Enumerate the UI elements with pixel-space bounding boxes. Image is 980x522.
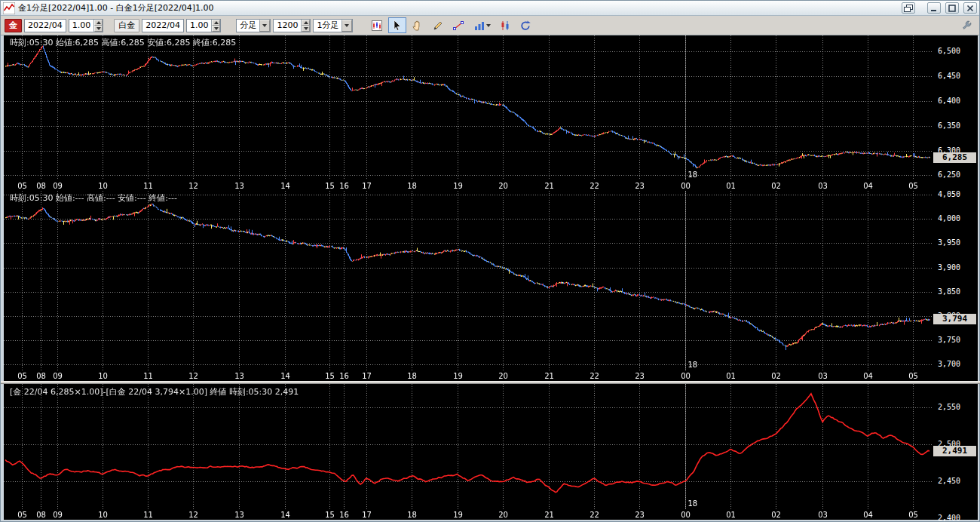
price-axis-label: 2,550 [938, 403, 960, 411]
price-axis: 6,285 3,794 2,491 6,5006,4506,4006,3506,… [933, 35, 978, 520]
gold-chart-canvas[interactable] [4, 35, 933, 191]
candle-style-button[interactable] [496, 17, 514, 33]
gold-month-field[interactable]: 2022/04 [24, 19, 66, 32]
cursor-button[interactable] [388, 17, 406, 33]
spinner-buttons [93, 20, 103, 32]
bar-period-value: 1分足 [314, 20, 341, 32]
toolbar: 金 2022/04 1.00 白金 2022/04 1.00 分足 [1, 16, 979, 35]
gold-info-line: 時刻:05:30 始値:6,285 高値:6,285 安値:6,285 終値:6… [10, 38, 236, 48]
price-axis-label: 3,950 [938, 238, 960, 247]
gold-ratio-spinner[interactable]: 1.00 [69, 19, 104, 32]
close-button[interactable] [963, 2, 977, 14]
cursor-icon [391, 20, 403, 32]
gold-month-value: 2022/04 [25, 20, 66, 32]
chevron-down-icon[interactable] [486, 24, 491, 27]
price-axis-label: 2,400 [938, 514, 960, 522]
popout-button[interactable] [902, 2, 915, 14]
maximize-button[interactable] [945, 2, 959, 14]
spread-info-line: [金 22/04 6,285×1.00]-[白金 22/04 3,794×1.0… [10, 387, 299, 397]
platinum-chart-canvas[interactable] [4, 191, 933, 381]
price-axis-label: 3,900 [938, 263, 960, 272]
spinner-buttons [301, 20, 310, 32]
price-axis-label: 6,350 [938, 121, 960, 130]
spread-price-badge: 2,491 [933, 446, 976, 456]
restore-icon [904, 5, 913, 12]
app-window: 金1分足[2022/04]1.00 - 白金1分足[2022/04]1.00 金… [0, 0, 980, 522]
gold-symbol-button[interactable]: 金 [5, 19, 22, 32]
spinner-down-icon[interactable] [302, 26, 310, 32]
refresh-button[interactable] [516, 17, 534, 33]
bar-period-select[interactable]: 1分足 [313, 19, 353, 32]
price-axis-label: 2,450 [938, 477, 960, 485]
platinum-info-line: 時刻:05:30 始値:--- 高値:--- 安値:--- 終値:--- [10, 193, 177, 203]
hand-icon [412, 20, 424, 32]
trendline-icon [452, 20, 464, 32]
spinner-down-icon[interactable] [212, 26, 220, 32]
spinner-up-icon[interactable] [94, 20, 103, 26]
platinum-ratio-spinner[interactable]: 1.00 [186, 19, 222, 32]
pan-button[interactable] [409, 17, 427, 33]
spread-chart-canvas[interactable] [4, 384, 933, 520]
price-axis-label: 3,850 [938, 287, 960, 296]
price-axis-label: 6,250 [938, 170, 960, 179]
platinum-ratio-value: 1.00 [187, 20, 212, 32]
platinum-month-value: 2022/04 [142, 20, 183, 32]
platinum-symbol-button[interactable]: 白金 [114, 19, 139, 32]
gold-ratio-value: 1.00 [69, 20, 94, 32]
spinner-up-icon[interactable] [212, 20, 220, 26]
gold-price-badge: 6,285 [933, 152, 976, 163]
spinner-up-icon[interactable] [302, 20, 310, 26]
bar-count-value: 1200 [274, 20, 301, 32]
trendline-button[interactable] [449, 17, 467, 33]
draw-line-button[interactable] [429, 17, 447, 33]
bar-chart-icon [473, 20, 485, 32]
price-axis-label: 6,450 [938, 72, 960, 80]
chevron-down-icon[interactable] [259, 20, 270, 32]
price-axis-label: 4,000 [938, 214, 960, 223]
bar-type-value: 分足 [237, 20, 259, 32]
wrench-icon [960, 20, 972, 32]
pencil-icon [432, 20, 444, 32]
chart-type-button[interactable] [470, 17, 494, 33]
panel-splitter[interactable] [1, 381, 980, 384]
window-title: 金1分足[2022/04]1.00 - 白金1分足[2022/04]1.00 [18, 2, 897, 14]
bar-type-select[interactable]: 分足 [236, 19, 271, 32]
app-icon [3, 2, 15, 14]
chart-area: 時刻:05:30 始値:6,285 高値:6,285 安値:6,285 終値:6… [4, 35, 978, 520]
price-axis-label: 6,400 [938, 97, 960, 105]
settings-button[interactable] [957, 17, 975, 33]
refresh-icon [519, 20, 531, 32]
spinner-buttons [211, 20, 220, 32]
chevron-down-icon[interactable] [341, 20, 352, 32]
close-icon [966, 5, 974, 12]
spinner-down-icon[interactable] [94, 26, 103, 32]
price-axis-label: 3,700 [938, 360, 960, 368]
maximize-icon [948, 5, 956, 12]
price-axis-label: 4,050 [938, 190, 960, 198]
titlebar[interactable]: 金1分足[2022/04]1.00 - 白金1分足[2022/04]1.00 [1, 1, 979, 16]
minimize-icon [930, 5, 938, 12]
platinum-month-field[interactable]: 2022/04 [142, 19, 184, 32]
price-axis-label: 3,750 [938, 336, 960, 344]
candle-style-icon [499, 20, 511, 32]
platinum-price-badge: 3,794 [933, 314, 976, 324]
bar-count-spinner[interactable]: 1200 [273, 19, 311, 32]
minimize-button[interactable] [927, 2, 941, 14]
price-axis-label: 6,500 [938, 47, 960, 55]
chart-settings-button[interactable] [368, 17, 386, 33]
candle-chart-frame-icon [371, 20, 383, 32]
